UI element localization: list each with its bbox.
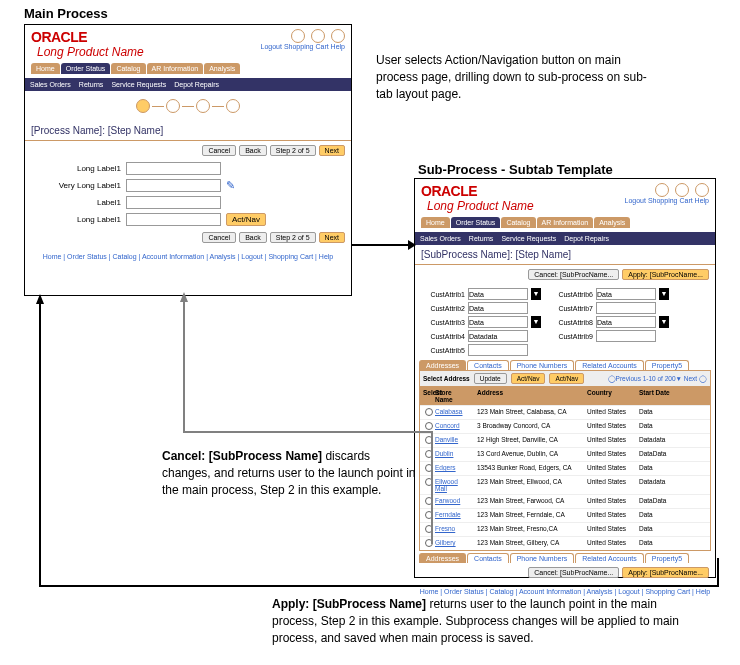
sub-nav-bar: Sales OrdersReturnsService RequestsDepot…	[25, 78, 351, 91]
logout-icon[interactable]	[655, 183, 669, 197]
back-button[interactable]: Back	[239, 145, 267, 156]
subnav-depot-repairs[interactable]: Depot Repairs	[564, 235, 609, 242]
svg-marker-1	[408, 240, 416, 250]
top-tabs: HomeOrder StatusCatalogAR InformationAna…	[31, 63, 345, 74]
subnav-sales-orders[interactable]: Sales Orders	[30, 81, 71, 88]
cart-icon[interactable]	[311, 29, 325, 43]
tab-home[interactable]: Home	[421, 217, 450, 228]
train-step-3	[196, 99, 210, 113]
footer-nav[interactable]: Home | Order Status | Catalog | Account …	[25, 247, 351, 266]
page-title: [Process Name]: [Step Name]	[25, 121, 351, 141]
svg-marker-3	[36, 294, 44, 304]
button-row-top: Cancel: [SubProcName... Apply: [SubProcN…	[415, 265, 715, 284]
section-heading-sub: Sub-Process - Subtab Template	[418, 162, 613, 177]
edit-icon[interactable]: ✎	[226, 179, 235, 192]
sub-nav-bar: Sales OrdersReturnsService RequestsDepot…	[415, 232, 715, 245]
arrow-act-nav	[352, 240, 416, 250]
cart-icon[interactable]	[675, 183, 689, 197]
form-input[interactable]	[126, 179, 221, 192]
subnav-service-requests[interactable]: Service Requests	[111, 81, 166, 88]
next-button[interactable]: Next	[319, 232, 345, 243]
subnav-sales-orders[interactable]: Sales Orders	[420, 235, 461, 242]
act-nav-button[interactable]: Act/Nav	[226, 213, 266, 226]
help-icon[interactable]	[695, 183, 709, 197]
subnav-depot-repairs[interactable]: Depot Repairs	[174, 81, 219, 88]
tab-order-status[interactable]: Order Status	[61, 63, 111, 74]
tab-ar-information[interactable]: AR Information	[537, 217, 594, 228]
next-button[interactable]: Next	[319, 145, 345, 156]
train-step-2	[166, 99, 180, 113]
form-label: Very Long Label1	[31, 181, 121, 190]
logout-icon[interactable]	[291, 29, 305, 43]
form-input[interactable]	[126, 196, 221, 209]
top-tabs: HomeOrder StatusCatalogAR InformationAna…	[421, 217, 709, 228]
back-button[interactable]: Back	[239, 232, 267, 243]
utility-icons	[261, 29, 345, 43]
oracle-logo: ORACLE	[31, 29, 144, 45]
product-name: Long Product Name	[427, 199, 534, 213]
cancel-button[interactable]: Cancel	[202, 232, 236, 243]
step-2-of-5-button[interactable]: Step 2 of 5	[270, 145, 316, 156]
button-row-top: CancelBackStep 2 of 5Next	[25, 141, 351, 160]
cancel-button[interactable]: Cancel: [SubProcName...	[528, 269, 619, 280]
tab-analysis[interactable]: Analysis	[204, 63, 240, 74]
tab-ar-information[interactable]: AR Information	[147, 63, 204, 74]
section-heading-main: Main Process	[24, 6, 108, 21]
annotation-apply: Apply: [SubProcess Name] returns user to…	[272, 596, 702, 646]
subnav-returns[interactable]: Returns	[469, 235, 494, 242]
apply-button[interactable]: Apply: [SubProcName...	[622, 269, 709, 280]
form-region: Long Label1Very Long Label1✎Label1Long L…	[25, 160, 351, 228]
tab-catalog[interactable]: Catalog	[501, 217, 535, 228]
train-step-4	[226, 99, 240, 113]
form-input[interactable]	[126, 213, 221, 226]
tab-order-status[interactable]: Order Status	[451, 217, 501, 228]
utility-links[interactable]: Logout Shopping Cart Help	[261, 43, 345, 50]
form-label: Long Label1	[31, 215, 121, 224]
train-step-1	[136, 99, 150, 113]
form-label: Long Label1	[31, 164, 121, 173]
tab-home[interactable]: Home	[31, 63, 60, 74]
form-label: Label1	[31, 198, 121, 207]
help-icon[interactable]	[331, 29, 345, 43]
cancel-button[interactable]: Cancel	[202, 145, 236, 156]
button-row-bottom: CancelBackStep 2 of 5Next	[25, 228, 351, 247]
utility-icons	[625, 183, 709, 197]
oracle-logo: ORACLE	[421, 183, 534, 199]
product-name: Long Product Name	[37, 45, 144, 59]
tab-catalog[interactable]: Catalog	[111, 63, 145, 74]
annotation-drill-down: User selects Action/Navigation button on…	[376, 52, 656, 102]
main-process-panel: ORACLE Long Product Name Logout Shopping…	[24, 24, 352, 296]
arrow-apply	[36, 294, 726, 592]
process-train	[25, 91, 351, 121]
form-input[interactable]	[126, 162, 221, 175]
subnav-returns[interactable]: Returns	[79, 81, 104, 88]
step-2-of-5-button[interactable]: Step 2 of 5	[270, 232, 316, 243]
tab-analysis[interactable]: Analysis	[594, 217, 630, 228]
page-title: [SubProcess Name]: [Step Name]	[415, 245, 715, 265]
utility-links[interactable]: Logout Shopping Cart Help	[625, 197, 709, 204]
subnav-service-requests[interactable]: Service Requests	[501, 235, 556, 242]
